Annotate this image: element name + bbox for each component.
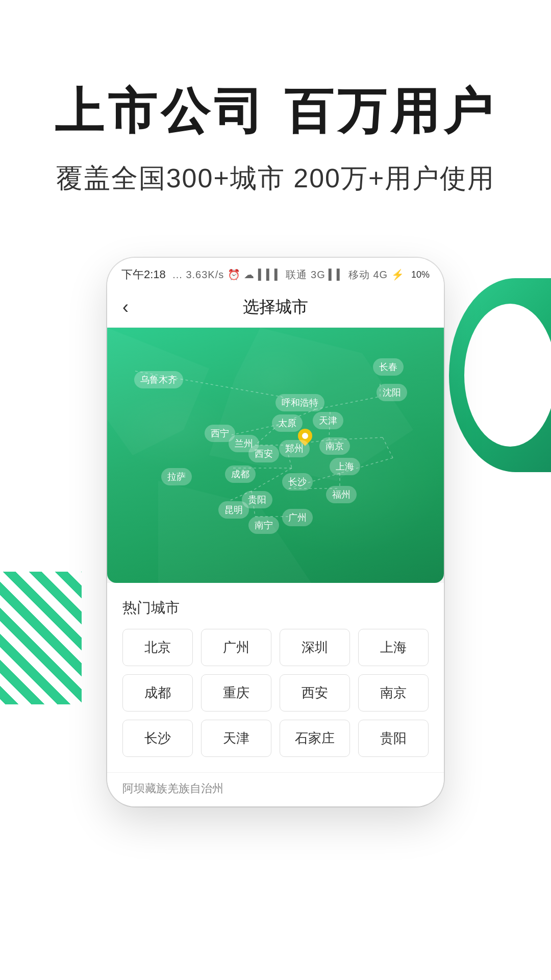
city-button-广州[interactable]: 广州 <box>201 629 271 666</box>
city-label-nanjing[interactable]: 南京 <box>319 437 350 455</box>
svg-marker-2 <box>158 481 311 583</box>
deco-stripes <box>0 572 82 704</box>
city-button-长沙[interactable]: 长沙 <box>122 720 193 757</box>
status-indicators: ... 3.63K/s ⏰ ☁ ▍▍▍ 联通 3G ▍▍ 移动 4G ⚡ <box>172 268 404 282</box>
hot-cities-section: 热门城市 北京广州深圳上海成都重庆西安南京长沙天津石家庄贵阳 <box>107 583 444 772</box>
top-section: 上市公司 百万用户 覆盖全国300+城市 200万+用户使用 <box>0 0 551 227</box>
city-button-北京[interactable]: 北京 <box>122 629 193 666</box>
city-label-guangzhou[interactable]: 广州 <box>282 509 313 526</box>
battery-indicator: 10% <box>411 270 430 280</box>
city-label-xian[interactable]: 西安 <box>248 445 279 462</box>
city-label-changsha[interactable]: 长沙 <box>282 473 313 491</box>
city-button-重庆[interactable]: 重庆 <box>201 674 271 712</box>
city-button-西安[interactable]: 西安 <box>280 674 350 712</box>
status-time: 下午2:18 <box>121 267 166 282</box>
map-area[interactable]: 乌鲁木齐 长春 沈阳 呼和浩特 天津 太原 西宁 兰州 西安 郑州 南京 上海 … <box>107 328 444 583</box>
app-title: 选择城市 <box>243 296 308 318</box>
app-header: ‹ 选择城市 <box>107 287 444 328</box>
city-button-上海[interactable]: 上海 <box>358 629 429 666</box>
main-title: 上市公司 百万用户 <box>41 82 510 140</box>
city-label-taiyuan[interactable]: 太原 <box>272 414 303 432</box>
status-bar: 下午2:18 ... 3.63K/s ⏰ ☁ ▍▍▍ 联通 3G ▍▍ 移动 4… <box>107 258 444 287</box>
city-label-shenyang[interactable]: 沈阳 <box>377 384 407 401</box>
city-label-changchun[interactable]: 长春 <box>373 358 404 376</box>
city-label-zhengzhou[interactable]: 郑州 <box>279 440 310 457</box>
city-button-成都[interactable]: 成都 <box>122 674 193 712</box>
deco-circle <box>449 278 551 472</box>
city-label-fuzhou[interactable]: 福州 <box>326 486 357 503</box>
phone-frame: 下午2:18 ... 3.63K/s ⏰ ☁ ▍▍▍ 联通 3G ▍▍ 移动 4… <box>107 258 444 806</box>
city-button-石家庄[interactable]: 石家庄 <box>280 720 350 757</box>
bottom-text: 阿坝藏族羌族自治州 <box>107 772 444 806</box>
city-label-nanning[interactable]: 南宁 <box>248 517 279 534</box>
city-label-shanghai[interactable]: 上海 <box>330 458 360 475</box>
city-button-天津[interactable]: 天津 <box>201 720 271 757</box>
city-button-南京[interactable]: 南京 <box>358 674 429 712</box>
back-button[interactable]: ‹ <box>122 297 129 318</box>
city-label-kunming[interactable]: 昆明 <box>218 501 249 519</box>
city-button-深圳[interactable]: 深圳 <box>280 629 350 666</box>
city-label-wulumuqi[interactable]: 乌鲁木齐 <box>134 371 183 388</box>
city-label-huhehaote[interactable]: 呼和浩特 <box>276 394 324 411</box>
city-button-贵阳[interactable]: 贵阳 <box>358 720 429 757</box>
city-label-lasa[interactable]: 拉萨 <box>161 468 192 485</box>
svg-marker-0 <box>107 328 209 455</box>
city-label-tianjin[interactable]: 天津 <box>313 412 343 429</box>
sub-title: 覆盖全国300+城市 200万+用户使用 <box>41 161 510 197</box>
cities-grid: 北京广州深圳上海成都重庆西安南京长沙天津石家庄贵阳 <box>122 629 429 757</box>
hot-cities-title: 热门城市 <box>122 598 429 618</box>
phone-section: 下午2:18 ... 3.63K/s ⏰ ☁ ▍▍▍ 联通 3G ▍▍ 移动 4… <box>0 237 551 806</box>
city-label-chengdu[interactable]: 成都 <box>225 465 256 483</box>
